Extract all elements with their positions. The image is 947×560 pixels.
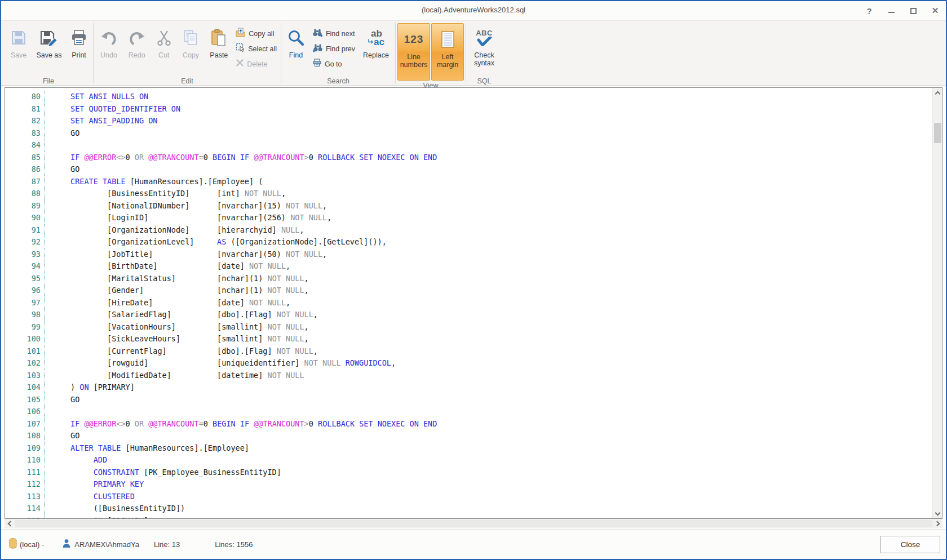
code-line: 90 [LoginID] [nvarchar](256) NOT NULL, (5, 212, 932, 224)
undo-button: Undo (95, 23, 122, 76)
horizontal-scrollbar-thumb[interactable] (15, 520, 932, 527)
code-text: ) ON [PRIMARY] (45, 381, 932, 394)
code-line: 115 ON [PRIMARY] (5, 515, 932, 519)
group-separator (466, 23, 466, 83)
check-syntax-button[interactable]: ABC Check syntax (468, 23, 501, 76)
line-numbers-toggle[interactable]: 123 Line numbers (397, 23, 430, 81)
code-line: 92 [OrganizationLevel] AS ([Organization… (5, 236, 932, 248)
line-number: 91 (5, 224, 45, 237)
vertical-scrollbar[interactable] (932, 88, 942, 518)
line-number: 94 (5, 260, 45, 273)
find-button[interactable]: Find (283, 23, 309, 76)
code-line: 106 (5, 406, 932, 418)
group-label-sql: SQL (468, 76, 501, 87)
save-icon (10, 26, 27, 49)
copy-all-label: Copy all (249, 30, 274, 38)
code-text: GO (45, 394, 932, 406)
line-number: 98 (5, 309, 45, 321)
toolbar-group-edit: Undo Redo Cut (94, 21, 280, 85)
code-line: 111 CONSTRAINT [PK_Employee_BusinessEnti… (5, 466, 932, 479)
code-text: GO (45, 163, 932, 176)
save-as-label: Save as (36, 51, 61, 59)
print-label: Print (72, 51, 86, 59)
minimize-icon[interactable] (886, 6, 896, 16)
line-number: 83 (5, 127, 45, 140)
code-line: 87CREATE TABLE [HumanResources].[Employe… (5, 176, 932, 188)
save-as-icon (39, 26, 59, 49)
vertical-scrollbar-thumb[interactable] (934, 123, 941, 143)
editor: 80SET ANSI_NULLS ON81SET QUOTED_IDENTIFI… (5, 87, 942, 519)
code-text: ON [PRIMARY] (45, 515, 932, 519)
find-next-icon (312, 28, 323, 39)
code-text: IF @@ERROR<>0 OR @@TRANCOUNT=0 BEGIN IF … (45, 418, 932, 430)
line-number: 90 (5, 212, 45, 224)
code-line: 110 ADD (5, 454, 932, 466)
line-number: 87 (5, 176, 45, 188)
line-number: 99 (5, 321, 45, 334)
code-text: [MaritalStatus] [nchar](1) NOT NULL, (45, 273, 932, 285)
save-button: Save (6, 23, 32, 76)
toolbar-group-sql: ABC Check syntax SQL (467, 21, 502, 85)
code-text: PRIMARY KEY (45, 478, 932, 491)
line-number: 107 (5, 418, 45, 430)
check-syntax-icon: ABC (476, 26, 493, 49)
undo-label: Undo (100, 51, 117, 59)
code-text: SET QUOTED_IDENTIFIER ON (45, 103, 932, 115)
code-text: ALTER TABLE [HumanResources].[Employee] (45, 442, 932, 455)
find-prev-button[interactable]: Find prev (310, 42, 357, 56)
line-number: 108 (5, 430, 45, 442)
line-number: 109 (5, 442, 45, 455)
print-icon (70, 26, 88, 49)
code-text: CONSTRAINT [PK_Employee_BusinessEntityID… (45, 466, 932, 479)
code-text: [NationalIDNumber] [nvarchar](15) NOT NU… (45, 200, 932, 212)
code-line: 83GO (5, 127, 932, 140)
code-text: [OrganizationNode] [hierarchyid] NULL, (45, 224, 932, 237)
save-as-button[interactable]: Save as (33, 23, 65, 76)
code-line: 108GO (5, 430, 932, 442)
left-margin-label: Left margin (432, 53, 463, 69)
help-icon[interactable]: ? (864, 6, 874, 16)
toolbar-group-view: 123 Line numbers Left margin View (396, 21, 465, 85)
go-to-button[interactable]: Go to (310, 57, 357, 71)
redo-icon (127, 26, 147, 49)
close-icon[interactable]: ✕ (930, 6, 940, 16)
code-text: GO (45, 127, 932, 140)
find-next-button[interactable]: Find next (310, 26, 357, 41)
left-margin-toggle[interactable]: Left margin (431, 23, 464, 81)
replace-label: Replace (363, 51, 389, 59)
code-text: [VacationHours] [smallint] NOT NULL, (45, 321, 932, 334)
left-margin-icon (441, 28, 454, 51)
code-line: 94 [BirthDate] [date] NOT NULL, (5, 260, 932, 273)
code-lines[interactable]: 80SET ANSI_NULLS ON81SET QUOTED_IDENTIFI… (5, 88, 932, 518)
copy-button: Copy (178, 23, 205, 76)
close-button[interactable]: Close (880, 536, 940, 553)
copy-all-button[interactable]: Copy all (233, 26, 279, 41)
replace-button[interactable]: ab ac Replace (359, 23, 393, 76)
scroll-down-arrow-icon[interactable] (933, 509, 942, 518)
scroll-right-arrow-icon[interactable] (933, 519, 942, 528)
code-line: 104) ON [PRIMARY] (5, 381, 932, 394)
line-number: 95 (5, 273, 45, 285)
group-label-search: Search (283, 76, 393, 87)
select-all-button[interactable]: Select all (233, 42, 279, 56)
code-line: 97 [HireDate] [date] NOT NULL, (5, 297, 932, 309)
code-line: 109ALTER TABLE [HumanResources].[Employe… (5, 442, 932, 455)
go-to-icon (312, 59, 322, 69)
scroll-up-arrow-icon[interactable] (933, 88, 942, 97)
paste-button[interactable]: Paste (205, 23, 232, 76)
print-button[interactable]: Print (67, 23, 91, 76)
group-separator (93, 23, 94, 83)
horizontal-scrollbar[interactable] (5, 519, 942, 528)
line-numbers-label: Line numbers (398, 53, 430, 69)
line-number: 103 (5, 370, 45, 382)
group-label-edit: Edit (95, 76, 279, 87)
paste-label: Paste (210, 51, 228, 59)
maximize-icon[interactable] (908, 6, 918, 16)
scroll-left-arrow-icon[interactable] (5, 519, 14, 528)
code-line: 107IF @@ERROR<>0 OR @@TRANCOUNT=0 BEGIN … (5, 418, 932, 430)
line-number: 93 (5, 248, 45, 261)
line-number: 84 (5, 139, 45, 152)
code-line: 96 [Gender] [nchar](1) NOT NULL, (5, 285, 932, 297)
code-text: ([BusinessEntityID]) (45, 503, 932, 515)
code-text: [CurrentFlag] [dbo].[Flag] NOT NULL, (45, 345, 932, 358)
